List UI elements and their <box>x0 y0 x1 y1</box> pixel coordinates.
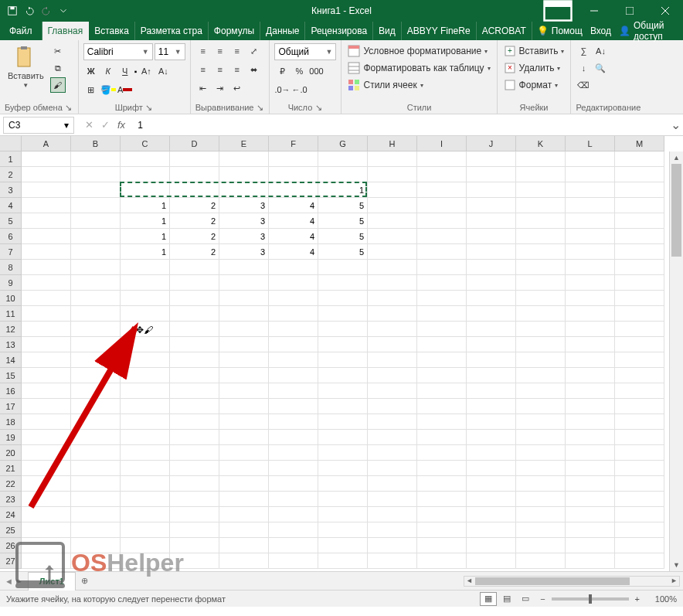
cell[interactable] <box>71 198 121 213</box>
cell[interactable]: 2 <box>170 229 219 244</box>
cell[interactable] <box>615 260 664 275</box>
cell[interactable] <box>318 322 368 337</box>
row-header[interactable]: 27 <box>0 553 22 569</box>
cell[interactable] <box>318 445 368 461</box>
cell[interactable] <box>22 167 71 182</box>
cell[interactable] <box>516 244 566 260</box>
cell[interactable] <box>22 213 71 229</box>
fill-color-button[interactable]: 🪣 <box>100 82 116 97</box>
tab-file[interactable]: Файл <box>0 22 42 40</box>
cell[interactable]: 1 <box>121 244 170 260</box>
currency-button[interactable]: ₽ <box>274 63 290 79</box>
cell[interactable] <box>269 522 318 538</box>
cell[interactable] <box>566 522 615 538</box>
cell[interactable] <box>121 275 170 291</box>
font-name-combo[interactable]: Calibri▼ <box>83 43 153 60</box>
cell[interactable] <box>71 213 121 229</box>
cell[interactable] <box>121 151 170 167</box>
cell[interactable]: 1 <box>318 182 368 198</box>
cell[interactable] <box>269 291 318 306</box>
percent-button[interactable]: % <box>291 63 307 79</box>
row-header[interactable]: 21 <box>0 461 22 476</box>
row-header[interactable]: 18 <box>0 414 22 430</box>
cell[interactable] <box>22 553 71 569</box>
cell[interactable] <box>368 476 417 492</box>
dialog-launcher-icon[interactable]: ↘ <box>144 103 154 112</box>
tab-formulas[interactable]: Формулы <box>209 22 260 40</box>
enter-formula-icon[interactable]: ✓ <box>101 119 110 131</box>
row-headers[interactable]: 1234567891011121314151617181920212223242… <box>0 151 22 569</box>
cell[interactable] <box>516 492 566 507</box>
cell[interactable] <box>170 383 219 399</box>
cell[interactable] <box>467 306 516 322</box>
cell[interactable] <box>22 337 71 352</box>
cell[interactable] <box>368 430 417 445</box>
cell[interactable] <box>467 260 516 275</box>
cell[interactable] <box>170 445 219 461</box>
cell[interactable] <box>467 430 516 445</box>
cell[interactable] <box>22 461 71 476</box>
cell[interactable] <box>22 198 71 213</box>
cell[interactable] <box>318 291 368 306</box>
cell[interactable] <box>615 352 664 368</box>
page-break-view-button[interactable]: ▭ <box>517 592 534 606</box>
cell[interactable] <box>417 368 467 383</box>
cell[interactable] <box>219 260 269 275</box>
cell[interactable] <box>368 213 417 229</box>
cell[interactable] <box>516 445 566 461</box>
cell[interactable] <box>368 306 417 322</box>
cell[interactable] <box>615 476 664 492</box>
cell[interactable] <box>318 522 368 538</box>
cell[interactable] <box>368 229 417 244</box>
cells-area[interactable]: 112345123451234512345 <box>22 151 664 569</box>
insert-cells-button[interactable]: +Вставить▾ <box>502 43 566 59</box>
tell-me[interactable]: 💡 Помощ <box>532 26 587 36</box>
cell[interactable] <box>219 507 269 522</box>
cell[interactable] <box>368 151 417 167</box>
cell[interactable] <box>516 322 566 337</box>
cell[interactable] <box>368 182 417 198</box>
cell[interactable] <box>566 445 615 461</box>
dialog-launcher-icon[interactable]: ↘ <box>64 103 73 112</box>
tab-abbyy[interactable]: ABBYY FineRe <box>402 22 477 40</box>
row-header[interactable]: 3 <box>0 182 22 198</box>
cell[interactable] <box>417 507 467 522</box>
cell[interactable] <box>417 337 467 352</box>
cell[interactable] <box>318 461 368 476</box>
cell[interactable] <box>368 244 417 260</box>
cell[interactable] <box>219 492 269 507</box>
cell[interactable] <box>516 383 566 399</box>
column-header[interactable]: I <box>417 136 467 151</box>
cell[interactable] <box>22 244 71 260</box>
cell[interactable] <box>269 461 318 476</box>
cell[interactable] <box>318 337 368 352</box>
cell[interactable]: 3 <box>219 213 269 229</box>
cell[interactable] <box>516 151 566 167</box>
cell[interactable] <box>368 414 417 430</box>
cell[interactable] <box>71 414 121 430</box>
cell[interactable] <box>417 182 467 198</box>
cell[interactable]: 5 <box>318 244 368 260</box>
cell[interactable] <box>615 461 664 476</box>
cell[interactable] <box>566 368 615 383</box>
cell[interactable] <box>516 553 566 569</box>
cell[interactable] <box>170 167 219 182</box>
cell[interactable] <box>318 368 368 383</box>
name-box[interactable]: C3▾ <box>3 117 74 134</box>
cell[interactable] <box>22 538 71 553</box>
cell[interactable] <box>170 337 219 352</box>
row-header[interactable]: 16 <box>0 383 22 399</box>
cut-button[interactable]: ✂ <box>50 43 66 59</box>
cell[interactable] <box>170 507 219 522</box>
cell[interactable] <box>566 291 615 306</box>
ribbon-display-options-icon[interactable] <box>542 2 573 20</box>
row-header[interactable]: 8 <box>0 260 22 275</box>
cell[interactable] <box>566 198 615 213</box>
new-sheet-button[interactable]: ⊕ <box>76 576 94 586</box>
cell[interactable] <box>71 291 121 306</box>
cell[interactable] <box>566 244 615 260</box>
cell[interactable] <box>22 182 71 198</box>
scrollbar-thumb[interactable] <box>475 577 630 585</box>
cell[interactable] <box>71 399 121 414</box>
cell[interactable] <box>516 213 566 229</box>
